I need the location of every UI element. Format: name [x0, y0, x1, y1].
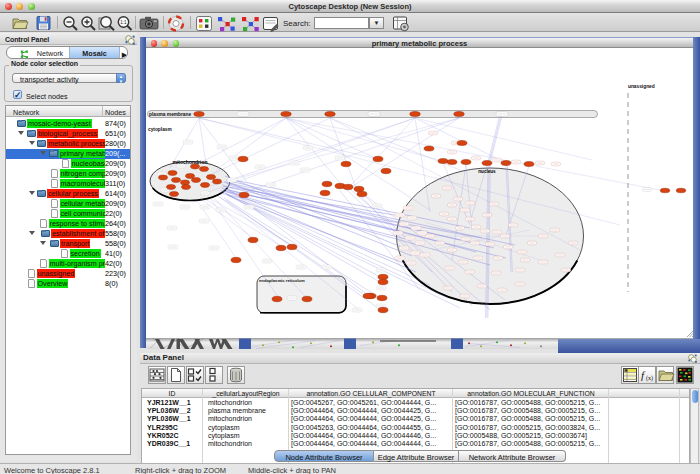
svg-text:nucleus: nucleus — [478, 169, 496, 174]
svg-text:(x): (x) — [646, 374, 653, 381]
svg-text:plasma membrane: plasma membrane — [149, 112, 191, 117]
svg-text:1:1: 1:1 — [120, 20, 127, 25]
svg-text:mitochondrion: mitochondrion — [173, 159, 208, 165]
svg-text:cytoplasm: cytoplasm — [148, 127, 172, 132]
svg-text:unassigned: unassigned — [628, 84, 655, 89]
svg-text:endoplasmic reticulum: endoplasmic reticulum — [259, 278, 305, 283]
